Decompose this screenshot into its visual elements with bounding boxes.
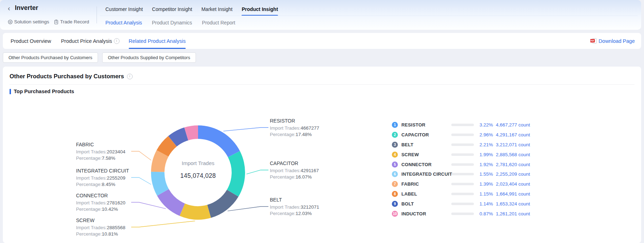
ranking-row[interactable]: 6 INTEGRATED CIRCUIT 1.55% 2,255,209 cou… (392, 169, 528, 179)
rank-count: 2,255,209 count (496, 171, 528, 177)
rank-percent: 1.39% (476, 181, 493, 187)
download-page-label: Download Page (599, 38, 635, 44)
rank-product-name: LABEL (401, 191, 454, 197)
main-tabs: Customer Insight Competitor Insight Mark… (105, 4, 278, 15)
ranking-row[interactable]: 9 BOLT 1.14% 1,653,324 count (392, 199, 528, 209)
solution-settings-link[interactable]: Solution settings (8, 19, 49, 24)
rank-badge: 3 (392, 142, 398, 148)
rank-product-name: FABRIC (401, 181, 454, 187)
rank-badge: 2 (392, 132, 398, 138)
rank-badge: 1 (392, 122, 398, 128)
rank-product-name: INTEGRATED CIRCUIT (401, 171, 454, 177)
page-title: Inverter (15, 4, 38, 12)
rank-progress-bar (451, 153, 474, 156)
download-page-button[interactable]: PDF Download Page (590, 33, 635, 49)
section-title: Other Products Purchased by Customers (10, 73, 124, 80)
rank-progress-bar (451, 203, 474, 205)
tab-product-insight[interactable]: Product Insight (242, 4, 278, 15)
chart-subtitle: Top Purchased Products (14, 89, 74, 94)
page: ‹ Inverter Solution settings Trade Recor… (0, 0, 644, 243)
rank-product-name: INDUCTOR (401, 211, 454, 216)
subtab-product-dynamics[interactable]: Product Dynamics (152, 18, 192, 27)
rank-badge: 8 (392, 191, 398, 197)
rank-progress-bar (451, 193, 474, 195)
tab-competitor-insight[interactable]: Competitor Insight (152, 4, 192, 15)
pdf-icon: PDF (590, 38, 597, 44)
nav-related-product-analysis-label: Related Product Analysis (129, 38, 186, 44)
main-panel: Other Products Purchased by Customers i … (3, 67, 641, 243)
rank-product-name: SCREW (401, 152, 454, 157)
nav-product-price-analysis-label: Product Price Analysis (61, 38, 112, 44)
rank-badge: 9 (392, 201, 398, 207)
rank-badge: 10 (392, 211, 398, 217)
ranking-row[interactable]: 7 FABRIC 1.39% 2,023,404 count (392, 179, 528, 189)
rank-percent: 1.55% (476, 171, 493, 177)
rank-progress-bar (451, 143, 474, 146)
trade-record-icon (54, 19, 59, 24)
rank-product-name: BOLT (401, 201, 454, 207)
subtab-product-report[interactable]: Product Report (202, 18, 235, 27)
filter-purchased-by-customers-button[interactable]: Other Products Purchased by Customers (3, 52, 98, 63)
rank-product-name: CAPACITOR (401, 132, 454, 137)
nav-product-overview[interactable]: Product Overview (11, 33, 51, 49)
rank-count: 1,261,201 count (496, 211, 528, 216)
ranking-row[interactable]: 3 BELT 2.21% 3,212,071 count (392, 140, 528, 150)
subtab-product-analysis[interactable]: Product Analysis (105, 18, 142, 27)
sub-tabs: Product Analysis Product Dynamics Produc… (105, 18, 235, 27)
nav-product-overview-label: Product Overview (11, 38, 51, 44)
rank-product-name: BELT (401, 142, 454, 147)
ranking-row[interactable]: 5 CONNECTOR 1.92% 2,781,620 count (392, 159, 528, 169)
rank-product-name: RESISTOR (401, 122, 454, 128)
rank-count: 1,664,991 count (496, 191, 528, 197)
ranking-row[interactable]: 2 CAPACITOR 2.96% 4,291,167 count (392, 130, 528, 140)
rank-badge: 7 (392, 181, 398, 187)
rank-progress-bar (451, 163, 474, 166)
secondary-nav: Product Overview Product Price Analysis … (3, 33, 641, 49)
header-divider (97, 6, 97, 23)
rank-progress-bar (451, 183, 474, 185)
settings-icon (8, 19, 13, 24)
ranking-list: 1 RESISTOR 3.22% 4,667,277 count2 CAPACI… (392, 120, 528, 219)
rank-progress-bar (451, 134, 474, 136)
nav-related-product-analysis[interactable]: Related Product Analysis (129, 33, 186, 49)
rank-count: 1,653,324 count (496, 201, 528, 207)
rank-count: 2,885,568 count (496, 152, 528, 157)
tab-customer-insight[interactable]: Customer Insight (105, 4, 143, 15)
trade-record-link[interactable]: Trade Record (54, 19, 89, 24)
info-icon[interactable]: i (114, 38, 120, 44)
rank-count: 4,667,277 count (496, 122, 528, 128)
rank-badge: 6 (392, 171, 398, 177)
nav-product-price-analysis[interactable]: Product Price Analysis i (61, 33, 119, 49)
ranking-row[interactable]: 1 RESISTOR 3.22% 4,667,277 count (392, 120, 528, 130)
filter-supplied-by-competitors-button[interactable]: Other Products Supplied by Competitors (102, 52, 196, 63)
rank-percent: 1.15% (476, 191, 493, 197)
ranking-row[interactable]: 8 LABEL 1.15% 1,664,991 count (392, 189, 528, 199)
section-info-icon[interactable]: i (127, 74, 133, 79)
rank-count: 2,781,620 count (496, 162, 528, 167)
solution-settings-label: Solution settings (14, 19, 49, 24)
rank-percent: 2.96% (476, 132, 493, 137)
back-icon[interactable]: ‹ (8, 5, 10, 12)
header: ‹ Inverter Solution settings Trade Recor… (0, 0, 641, 30)
ranking-row[interactable]: 4 SCREW 1.99% 2,885,568 count (392, 149, 528, 159)
rank-percent: 1.14% (476, 201, 493, 207)
section-divider (10, 84, 634, 85)
rank-badge: 5 (392, 162, 398, 168)
rank-percent: 2.21% (476, 142, 493, 147)
rank-percent: 0.87% (476, 211, 493, 216)
trade-record-label: Trade Record (60, 19, 89, 24)
subtitle-accent-bar (10, 89, 11, 94)
rank-product-name: CONNECTOR (401, 162, 454, 167)
rank-progress-bar (451, 213, 474, 215)
rank-count: 2,023,404 count (496, 181, 528, 187)
tab-market-insight[interactable]: Market Insight (201, 4, 232, 15)
filter-buttons: Other Products Purchased by Customers Ot… (3, 52, 196, 63)
rank-badge: 4 (392, 152, 398, 158)
rank-progress-bar (451, 124, 474, 126)
rank-percent: 1.99% (476, 152, 493, 157)
rank-percent: 1.92% (476, 162, 493, 167)
rank-progress-bar (451, 173, 474, 175)
rank-percent: 3.22% (476, 122, 493, 128)
ranking-row[interactable]: 10 INDUCTOR 0.87% 1,261,201 count (392, 209, 528, 219)
tabs-hairline (100, 16, 638, 16)
